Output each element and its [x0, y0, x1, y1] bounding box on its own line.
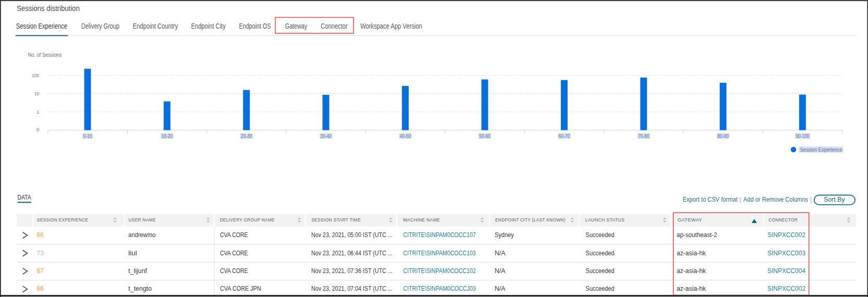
svg-text:Export to CSV format: Export to CSV format — [683, 195, 738, 203]
svg-text:LAUNCH STATUS: LAUNCH STATUS — [585, 217, 625, 222]
svg-text:SESSION EXPERIENCE: SESSION EXPERIENCE — [37, 217, 88, 222]
svg-text:USER NAME: USER NAME — [129, 217, 156, 222]
svg-text:66: 66 — [37, 231, 44, 239]
svg-text:Session Experience: Session Experience — [800, 146, 842, 153]
svg-text:ap-southeast-2: ap-southeast-2 — [676, 231, 717, 239]
svg-text:Nov 23, 2021, 05:00 IST (UTC .: Nov 23, 2021, 05:00 IST (UTC ... — [311, 231, 393, 239]
svg-text:90-100: 90-100 — [796, 133, 809, 139]
svg-text:CITRITE\SINPAM0COCCJ03: CITRITE\SINPAM0COCCJ03 — [403, 284, 476, 292]
svg-text:Add or Remove Columns: Add or Remove Columns — [744, 195, 809, 203]
svg-text:67: 67 — [37, 267, 44, 275]
svg-text:20-30: 20-30 — [241, 133, 253, 139]
svg-text:50-60: 50-60 — [479, 133, 490, 139]
svg-text:liul: liul — [129, 249, 137, 257]
svg-text:Nov 23, 2021, 07:36 IST (UTC .: Nov 23, 2021, 07:36 IST (UTC ... — [311, 267, 393, 275]
svg-text:CVA CORE: CVA CORE — [220, 249, 248, 257]
svg-text:DATA: DATA — [18, 193, 31, 201]
svg-text:SINPXCC002: SINPXCC002 — [768, 231, 806, 239]
svg-text:SINPXCC003: SINPXCC003 — [768, 249, 806, 257]
svg-text:az-asia-hk: az-asia-hk — [676, 249, 706, 257]
svg-text:SESSION START TIME: SESSION START TIME — [311, 217, 361, 222]
svg-text:Gateway: Gateway — [285, 22, 308, 30]
svg-text:Connector: Connector — [321, 22, 348, 30]
svg-text:ENDPOINT CITY (LAST KNOWN): ENDPOINT CITY (LAST KNOWN) — [495, 217, 565, 222]
svg-text:Delivery Group: Delivery Group — [81, 22, 120, 30]
svg-text:CONNECTOR: CONNECTOR — [769, 217, 798, 222]
svg-text:Workspace App Version: Workspace App Version — [360, 22, 422, 30]
svg-text:CITRITE\SINPAM0COCC107: CITRITE\SINPAM0COCC107 — [403, 231, 476, 239]
svg-text:t_lijunf: t_lijunf — [129, 267, 147, 275]
svg-text:66: 66 — [37, 284, 44, 292]
svg-text:Nov 23, 2021, 06:44 IST (UTC .: Nov 23, 2021, 06:44 IST (UTC ... — [311, 249, 393, 257]
svg-text:1: 1 — [37, 109, 40, 115]
svg-text:N/A: N/A — [495, 249, 506, 257]
svg-text:100: 100 — [32, 73, 39, 78]
svg-text:SINPXCC002: SINPXCC002 — [768, 284, 806, 292]
svg-text:80-90: 80-90 — [718, 133, 729, 139]
svg-text:N/A: N/A — [495, 284, 506, 292]
svg-text:t_tengto: t_tengto — [129, 284, 152, 292]
svg-text:andrewmo: andrewmo — [129, 231, 156, 239]
svg-text:|: | — [810, 196, 812, 203]
svg-text:10-20: 10-20 — [161, 133, 173, 139]
svg-text:Succeeded: Succeeded — [586, 267, 614, 275]
svg-text:GATEWAY: GATEWAY — [677, 217, 702, 222]
svg-text:Sort By: Sort By — [824, 195, 845, 203]
svg-text:30-40: 30-40 — [320, 133, 332, 139]
svg-text:CVA CORE JPN: CVA CORE JPN — [220, 284, 261, 292]
svg-text:No. of Sessions: No. of Sessions — [28, 52, 62, 58]
svg-text:10: 10 — [34, 91, 39, 96]
svg-text:Sessions distribution: Sessions distribution — [17, 4, 80, 13]
svg-text:|: | — [739, 196, 741, 203]
svg-text:DELIVERY GROUP NAME: DELIVERY GROUP NAME — [220, 217, 274, 222]
svg-text:0-10: 0-10 — [83, 133, 92, 139]
svg-text:Session Experience: Session Experience — [16, 22, 68, 30]
svg-text:Endpoint OS: Endpoint OS — [239, 22, 271, 30]
svg-text:SINPXCC004: SINPXCC004 — [768, 267, 806, 275]
svg-text:73: 73 — [37, 249, 44, 257]
svg-text:CVA CORE: CVA CORE — [220, 231, 248, 239]
svg-text:CITRITE\SINPAM0COCC103: CITRITE\SINPAM0COCC103 — [403, 249, 476, 257]
svg-text:Endpoint City: Endpoint City — [191, 22, 225, 30]
svg-text:40-50: 40-50 — [400, 133, 411, 139]
svg-text:N/A: N/A — [495, 267, 506, 275]
svg-text:Succeeded: Succeeded — [586, 249, 614, 257]
svg-text:70-80: 70-80 — [638, 133, 649, 139]
svg-text:az-asia-hk: az-asia-hk — [676, 284, 706, 292]
svg-text:Nov 23, 2021, 07:04 IST (UTC .: Nov 23, 2021, 07:04 IST (UTC ... — [311, 284, 393, 292]
svg-text:MACHINE NAME: MACHINE NAME — [403, 217, 440, 222]
svg-text:Sydney: Sydney — [495, 231, 514, 239]
svg-text:az-asia-hk: az-asia-hk — [676, 267, 706, 275]
svg-text:0: 0 — [36, 127, 39, 132]
svg-text:60-70: 60-70 — [559, 133, 570, 139]
svg-text:Succeeded: Succeeded — [586, 231, 614, 239]
svg-text:Succeeded: Succeeded — [586, 284, 614, 292]
svg-text:Endpoint Country: Endpoint Country — [133, 22, 178, 30]
svg-text:CVA CORE: CVA CORE — [220, 267, 248, 275]
svg-text:CITRITE\SINPAM0COCC102: CITRITE\SINPAM0COCC102 — [403, 267, 476, 275]
